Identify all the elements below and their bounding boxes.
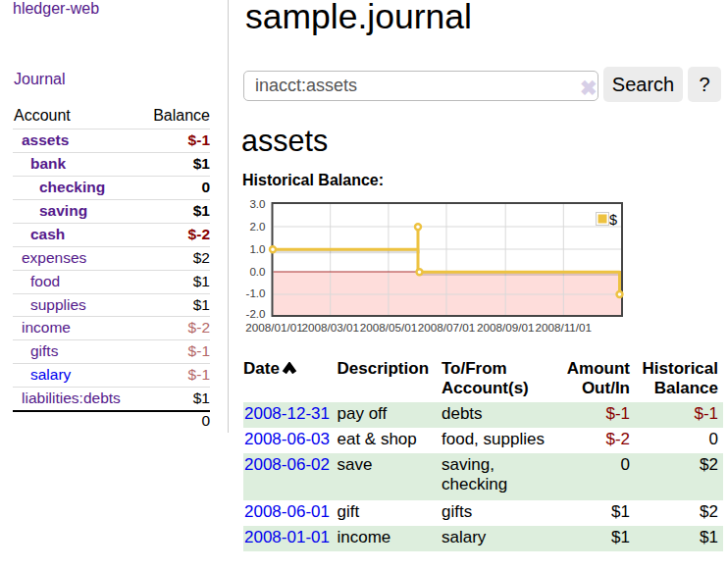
svg-text:2008/11/01: 2008/11/01: [535, 321, 592, 334]
svg-text:$: $: [609, 212, 617, 228]
svg-text:-2.0: -2.0: [246, 307, 266, 320]
svg-text:3.0: 3.0: [249, 197, 265, 210]
svg-text:2008/09/01: 2008/09/01: [477, 321, 535, 334]
svg-text:2008/07/01: 2008/07/01: [418, 321, 476, 334]
svg-text:1.0: 1.0: [249, 242, 265, 255]
svg-text:2008/05/01: 2008/05/01: [360, 321, 418, 334]
svg-text:2.0: 2.0: [249, 220, 265, 233]
svg-text:2008/03/01: 2008/03/01: [301, 321, 359, 334]
svg-text:-1.0: -1.0: [246, 286, 266, 299]
svg-text:0.0: 0.0: [249, 265, 265, 278]
svg-text:2008/01/01: 2008/01/01: [245, 321, 303, 334]
